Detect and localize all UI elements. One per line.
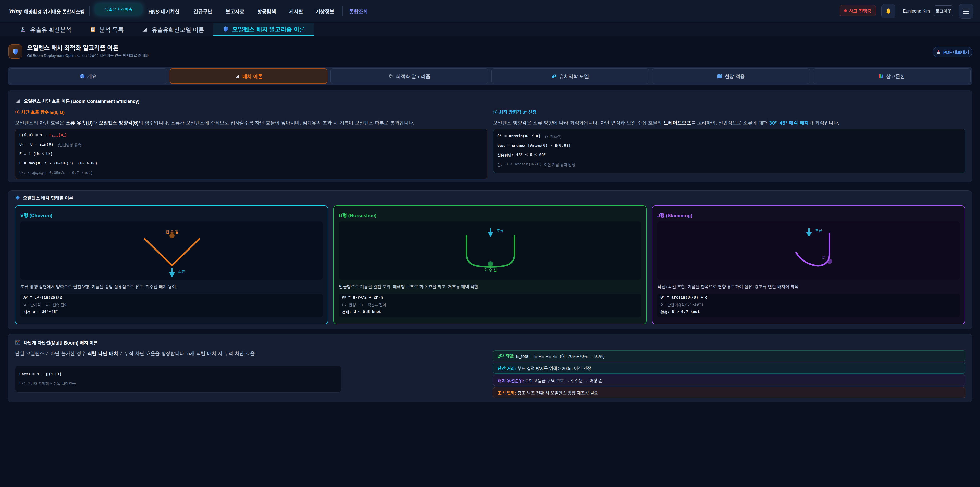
svg-text:조류: 조류 bbox=[178, 270, 185, 273]
svg-text:조류: 조류 bbox=[496, 229, 504, 233]
svg-text:조류: 조류 bbox=[815, 229, 822, 233]
svg-text:회수선: 회수선 bbox=[484, 268, 498, 272]
